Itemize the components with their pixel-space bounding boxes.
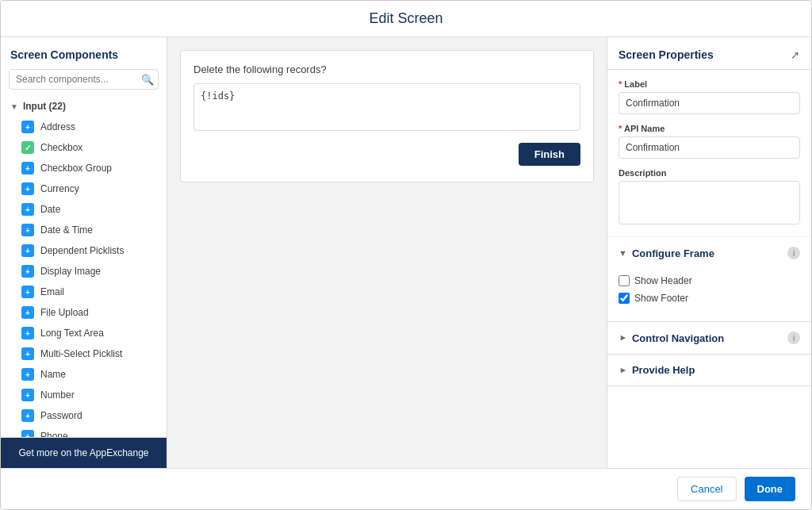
provide-help-section: ▼ Provide Help [607,355,811,386]
sidebar-item-label: Phone [40,431,68,437]
sidebar-item-phone[interactable]: + Phone [1,426,167,437]
sidebar-item-multi-select-picklist[interactable]: + Multi-Select Picklist [1,343,167,364]
sidebar-item-dependent-picklists[interactable]: + Dependent Picklists [1,240,167,261]
label-section: Label API Name Description [607,70,811,237]
sidebar-item-label: Date [40,204,60,215]
sidebar-item-label: Checkbox Group [40,163,112,174]
sidebar-item-label: Name [40,369,66,380]
card-question: Delete the following records? [193,63,580,75]
sidebar-item-label: Number [40,389,75,401]
panel-header: Screen Properties ➚ [607,37,811,70]
currency-icon: + [21,182,34,195]
api-name-input[interactable] [619,136,800,159]
sidebar-item-label: Multi-Select Picklist [40,348,122,359]
sidebar-item-label: Email [40,286,64,297]
chevron-down-icon: ▼ [10,102,18,111]
sidebar-item-label: Address [40,121,75,132]
modal-body: Screen Components 🔍 ▼ Input (22) + Addre… [1,37,811,468]
sidebar-title: Screen Components [1,37,167,69]
label-field-label: Label [619,79,800,89]
ids-textarea[interactable]: {!ids} [193,83,580,131]
date-time-icon: + [21,224,34,236]
modal-footer: Cancel Done [1,468,811,509]
sidebar-item-email[interactable]: + Email [1,282,167,302]
search-input[interactable] [9,69,159,90]
done-button[interactable]: Done [745,477,796,501]
cancel-button[interactable]: Cancel [677,477,736,501]
control-navigation-info-icon[interactable]: i [787,332,800,344]
configure-frame-header[interactable]: ▼ Configure Frame i [607,237,811,269]
panel-title: Screen Properties [619,48,714,61]
address-icon: + [21,121,34,133]
appexchange-footer[interactable]: Get more on the AppExchange [1,437,167,468]
provide-help-chevron: ▼ [618,366,627,374]
control-navigation-left: ▼ Control Navigation [619,332,724,344]
description-field-label: Description [619,168,800,178]
label-group: Label [619,79,800,114]
modal-header: Edit Screen [1,1,811,37]
email-icon: + [21,286,34,298]
sidebar-item-file-upload[interactable]: + File Upload [1,302,167,323]
label-input[interactable] [619,92,800,114]
sidebar-list: ▼ Input (22) + Address ✓ Checkbox + Chec… [1,96,167,437]
configure-frame-info-icon[interactable]: i [787,247,800,259]
sidebar-item-address[interactable]: + Address [1,117,167,137]
sidebar-item-checkbox-group[interactable]: + Checkbox Group [1,158,167,178]
canvas: Delete the following records? {!ids} Fin… [167,37,607,468]
provide-help-header[interactable]: ▼ Provide Help [607,355,811,385]
show-header-checkbox[interactable] [619,275,630,286]
checkbox-group-icon: + [21,162,34,174]
sidebar-item-display-image[interactable]: + Display Image [1,261,167,282]
show-header-group: Show Header [619,275,800,286]
configure-frame-section: ▼ Configure Frame i Show Header Show Foo… [607,237,811,322]
show-header-label: Show Header [634,275,692,286]
screen-card: Delete the following records? {!ids} Fin… [180,50,594,182]
name-icon: + [21,368,34,381]
properties-panel: Screen Properties ➚ Label API Name Descr… [607,37,811,468]
api-name-field-label: API Name [619,124,800,133]
control-navigation-title: Control Navigation [632,332,724,344]
show-footer-checkbox[interactable] [619,293,630,304]
sidebar-item-long-text-area[interactable]: + Long Text Area [1,323,167,343]
description-group: Description [619,168,800,227]
sidebar-item-date-time[interactable]: + Date & Time [1,220,167,240]
sidebar-item-label: Display Image [40,266,101,277]
file-upload-icon: + [21,306,34,319]
sidebar-item-number[interactable]: + Number [1,385,167,405]
provide-help-title: Provide Help [632,364,695,376]
display-image-icon: + [21,265,34,278]
appexchange-label: Get more on the AppExchange [18,447,148,458]
sidebar-item-label: Password [40,410,82,421]
configure-frame-title: Configure Frame [632,247,714,259]
modal-title: Edit Screen [17,10,795,27]
long-text-area-icon: + [21,327,34,339]
sidebar-item-password[interactable]: + Password [1,405,167,426]
sidebar-item-label: Long Text Area [40,328,104,339]
sidebar-item-label: Currency [40,183,79,194]
sidebar: Screen Components 🔍 ▼ Input (22) + Addre… [1,37,167,468]
sidebar-group-header[interactable]: ▼ Input (22) [1,96,167,117]
sidebar-item-date[interactable]: + Date [1,199,167,220]
configure-frame-left: ▼ Configure Frame [619,247,714,259]
checkbox-icon: ✓ [21,141,34,154]
number-icon: + [21,389,34,401]
control-navigation-header[interactable]: ▼ Control Navigation i [607,322,811,354]
show-footer-label: Show Footer [634,293,688,304]
sidebar-item-name[interactable]: + Name [1,364,167,385]
phone-icon: + [21,430,34,437]
configure-frame-chevron: ▼ [619,248,627,258]
finish-button[interactable]: Finish [519,143,580,166]
search-icon-button[interactable]: 🔍 [141,74,154,86]
modal-wrapper: Edit Screen Screen Components 🔍 ▼ Input … [0,0,812,510]
sidebar-item-currency[interactable]: + Currency [1,178,167,199]
sidebar-item-label: File Upload [40,307,89,318]
control-navigation-section: ▼ Control Navigation i [607,322,811,355]
sidebar-item-checkbox[interactable]: ✓ Checkbox [1,137,167,158]
api-name-group: API Name [619,124,800,159]
card-actions: Finish [193,143,580,169]
dependent-picklists-icon: + [21,244,34,257]
date-icon: + [21,203,34,216]
expand-icon[interactable]: ➚ [791,48,800,61]
sidebar-search-container: 🔍 [1,69,167,96]
description-textarea[interactable] [619,181,800,224]
